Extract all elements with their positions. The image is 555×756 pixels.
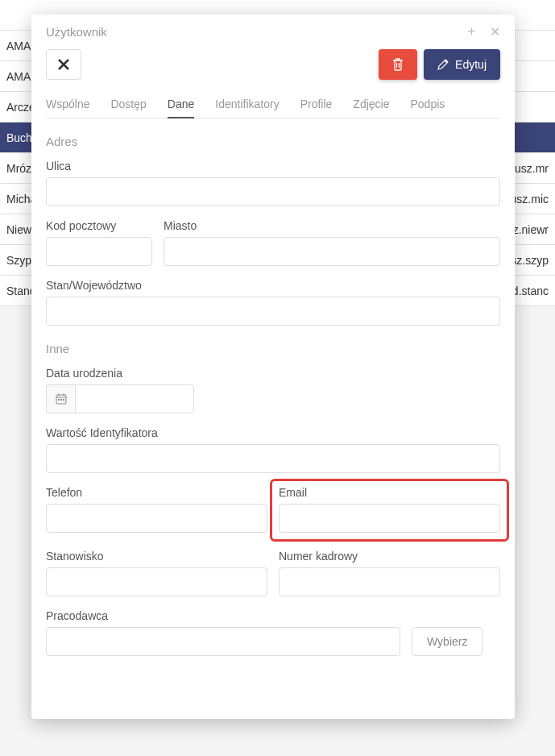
edit-button-label: Edytuj bbox=[455, 58, 487, 71]
idvalue-label: Wartość Identyfikatora bbox=[46, 426, 500, 439]
trash-icon bbox=[392, 58, 404, 71]
plus-icon[interactable]: + bbox=[468, 24, 475, 39]
edit-button[interactable]: Edytuj bbox=[424, 49, 500, 80]
x-icon bbox=[57, 58, 70, 71]
user-modal: Użytkownik + ✕ Edytuj WspólneDostępDaneI… bbox=[31, 15, 515, 719]
svg-rect-4 bbox=[58, 399, 60, 401]
calendar-button[interactable] bbox=[46, 384, 75, 413]
svg-rect-5 bbox=[60, 399, 62, 401]
position-input[interactable] bbox=[46, 567, 267, 596]
hrnumber-group: Numer kadrowy bbox=[279, 550, 500, 596]
birthdate-label: Data urodzenia bbox=[46, 367, 500, 380]
postal-label: Kod pocztowy bbox=[46, 219, 152, 232]
phone-label: Telefon bbox=[46, 486, 267, 499]
street-group: Ulica bbox=[46, 160, 500, 206]
tab-zdjęcie[interactable]: Zdjęcie bbox=[353, 91, 389, 118]
tabs: WspólneDostępDaneIdentifikatoryProfileZd… bbox=[46, 91, 500, 118]
position-label: Stanowisko bbox=[46, 550, 267, 563]
tab-identifikatory[interactable]: Identifikatory bbox=[215, 91, 279, 118]
tab-dane[interactable]: Dane bbox=[168, 91, 194, 118]
birthdate-group: Data urodzenia bbox=[46, 367, 500, 413]
email-group: Email bbox=[279, 486, 500, 533]
delete-button[interactable] bbox=[379, 49, 417, 80]
birthdate-input[interactable] bbox=[75, 384, 194, 413]
employer-group: Pracodawca Wybierz bbox=[46, 609, 500, 656]
table-cell: d.stanc bbox=[512, 285, 555, 297]
city-input[interactable] bbox=[164, 237, 500, 266]
toolbar: Edytuj bbox=[46, 49, 500, 80]
employer-row: Wybierz bbox=[46, 627, 500, 656]
postal-input[interactable] bbox=[46, 237, 152, 266]
table-cell: iusz.mr bbox=[512, 162, 555, 175]
section-other-title: Inne bbox=[46, 342, 500, 355]
modal-header: Użytkownik + ✕ bbox=[31, 15, 515, 49]
state-label: Stan/Województwo bbox=[46, 279, 500, 292]
birthdate-input-group bbox=[46, 384, 194, 413]
idvalue-input[interactable] bbox=[46, 444, 500, 473]
tab-podpis[interactable]: Podpis bbox=[411, 91, 445, 118]
position-group: Stanowisko bbox=[46, 550, 267, 596]
idvalue-group: Wartość Identyfikatora bbox=[46, 426, 500, 473]
pencil-icon bbox=[437, 59, 449, 70]
email-input[interactable] bbox=[279, 504, 500, 533]
state-input[interactable] bbox=[46, 297, 500, 326]
modal-header-actions: + ✕ bbox=[468, 24, 500, 39]
employer-label: Pracodawca bbox=[46, 609, 500, 622]
calendar-icon bbox=[56, 393, 67, 405]
cancel-button[interactable] bbox=[46, 49, 81, 80]
table-cell: z.niewr bbox=[513, 223, 555, 236]
hrnumber-input[interactable] bbox=[279, 567, 500, 596]
close-icon[interactable]: ✕ bbox=[490, 24, 500, 39]
postal-group: Kod pocztowy bbox=[46, 219, 152, 266]
street-label: Ulica bbox=[46, 160, 500, 172]
email-label: Email bbox=[279, 486, 500, 499]
hrnumber-label: Numer kadrowy bbox=[279, 550, 500, 563]
employer-input[interactable] bbox=[46, 627, 400, 656]
city-group: Miasto bbox=[164, 219, 500, 266]
svg-rect-6 bbox=[63, 399, 64, 401]
email-highlight: Email bbox=[270, 479, 509, 542]
tab-wspólne[interactable]: Wspólne bbox=[46, 91, 89, 118]
tab-profile[interactable]: Profile bbox=[300, 91, 333, 118]
phone-input[interactable] bbox=[46, 504, 267, 533]
choose-button[interactable]: Wybierz bbox=[412, 627, 483, 656]
section-address-title: Adres bbox=[46, 135, 500, 148]
state-group: Stan/Województwo bbox=[46, 279, 500, 326]
tab-dostęp[interactable]: Dostęp bbox=[110, 91, 146, 118]
table-cell: usz.mic bbox=[511, 193, 555, 206]
phone-group: Telefon bbox=[46, 486, 267, 542]
modal-title: Użytkownik bbox=[46, 25, 107, 39]
street-input[interactable] bbox=[46, 177, 500, 206]
modal-body: Edytuj WspólneDostępDaneIdentifikatoryPr… bbox=[31, 49, 515, 683]
table-cell: sz.szyp bbox=[511, 254, 555, 267]
city-label: Miasto bbox=[164, 219, 500, 232]
email-col: Email bbox=[279, 486, 500, 555]
